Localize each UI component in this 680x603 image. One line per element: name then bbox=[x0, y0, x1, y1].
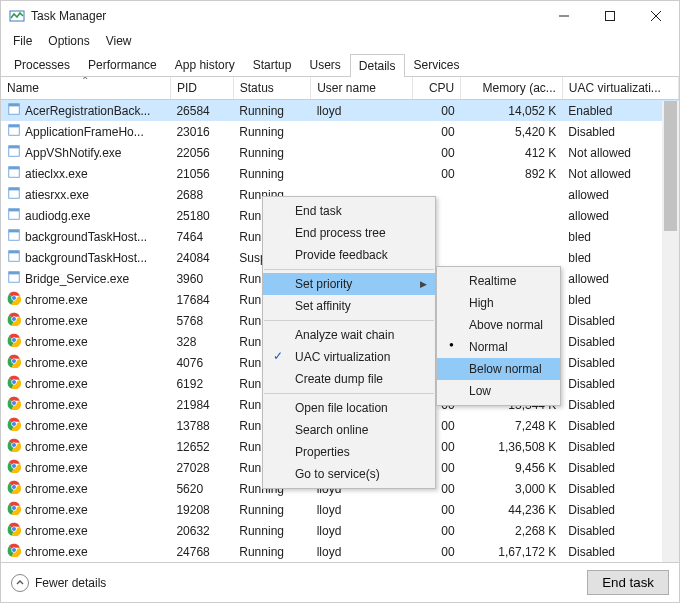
table-row[interactable]: AppVShNotify.exe22056Running00412 KNot a… bbox=[1, 142, 679, 163]
tab-startup[interactable]: Startup bbox=[244, 53, 301, 76]
fewer-details-button[interactable]: Fewer details bbox=[11, 574, 106, 592]
app-icon bbox=[7, 228, 21, 245]
menu-item-properties[interactable]: Properties bbox=[263, 441, 435, 463]
process-name: chrome.exe bbox=[25, 314, 88, 328]
user-name bbox=[311, 163, 413, 184]
minimize-button[interactable] bbox=[541, 1, 587, 31]
tab-processes[interactable]: Processes bbox=[5, 53, 79, 76]
process-name: backgroundTaskHost... bbox=[25, 230, 147, 244]
col-cpu[interactable]: CPU bbox=[412, 77, 460, 100]
pid: 21056 bbox=[170, 163, 233, 184]
chrome-icon bbox=[7, 459, 21, 476]
pid: 25180 bbox=[170, 205, 233, 226]
status: Running bbox=[233, 520, 310, 541]
maximize-button[interactable] bbox=[587, 1, 633, 31]
menu-item-low[interactable]: Low bbox=[437, 380, 560, 402]
menu-view[interactable]: View bbox=[98, 32, 140, 50]
tab-performance[interactable]: Performance bbox=[79, 53, 166, 76]
tab-services[interactable]: Services bbox=[405, 53, 469, 76]
process-name: chrome.exe bbox=[25, 398, 88, 412]
process-name: chrome.exe bbox=[25, 440, 88, 454]
memory: 1,36,508 K bbox=[461, 436, 563, 457]
menu-item-end-process-tree[interactable]: End process tree bbox=[263, 222, 435, 244]
pid: 6192 bbox=[170, 373, 233, 394]
menu-item-high[interactable]: High bbox=[437, 292, 560, 314]
user-name: lloyd bbox=[311, 520, 413, 541]
app-icon bbox=[7, 270, 21, 287]
menu-item-realtime[interactable]: Realtime bbox=[437, 270, 560, 292]
process-name: AppVShNotify.exe bbox=[25, 146, 122, 160]
vertical-scrollbar[interactable] bbox=[662, 101, 679, 562]
menu-item-open-file-location[interactable]: Open file location bbox=[263, 397, 435, 419]
svg-point-28 bbox=[12, 317, 16, 321]
chrome-icon bbox=[7, 312, 21, 329]
svg-point-55 bbox=[12, 506, 16, 510]
menu-item-provide-feedback[interactable]: Provide feedback bbox=[263, 244, 435, 266]
svg-rect-20 bbox=[9, 251, 20, 254]
process-name: chrome.exe bbox=[25, 503, 88, 517]
table-row[interactable]: ApplicationFrameHo...23016Running005,420… bbox=[1, 121, 679, 142]
separator bbox=[264, 269, 434, 270]
pid: 13788 bbox=[170, 415, 233, 436]
col-uac-virtualizati-[interactable]: UAC virtualizati... bbox=[562, 77, 678, 100]
menu-options[interactable]: Options bbox=[40, 32, 97, 50]
menu-item-search-online[interactable]: Search online bbox=[263, 419, 435, 441]
menu-item-go-to-service-s-[interactable]: Go to service(s) bbox=[263, 463, 435, 485]
col-status[interactable]: Status bbox=[233, 77, 310, 100]
separator bbox=[264, 393, 434, 394]
menu-item-analyze-wait-chain[interactable]: Analyze wait chain bbox=[263, 324, 435, 346]
chrome-icon bbox=[7, 543, 21, 560]
separator bbox=[264, 320, 434, 321]
priority-submenu[interactable]: RealtimeHighAbove normalNormalBelow norm… bbox=[436, 266, 561, 406]
svg-rect-22 bbox=[9, 272, 20, 275]
col-memory-ac-[interactable]: Memory (ac... bbox=[461, 77, 563, 100]
process-name: chrome.exe bbox=[25, 293, 88, 307]
scrollbar-thumb[interactable] bbox=[664, 101, 677, 231]
status: Running bbox=[233, 121, 310, 142]
menu-file[interactable]: File bbox=[5, 32, 40, 50]
pid: 5768 bbox=[170, 310, 233, 331]
menu-item-normal[interactable]: Normal bbox=[437, 336, 560, 358]
table-row[interactable]: AcerRegistrationBack...26584Runninglloyd… bbox=[1, 100, 679, 122]
tab-strip: ProcessesPerformanceApp historyStartupUs… bbox=[1, 51, 679, 77]
menu-item-uac-virtualization[interactable]: UAC virtualization bbox=[263, 346, 435, 368]
svg-point-61 bbox=[12, 548, 16, 552]
tab-app-history[interactable]: App history bbox=[166, 53, 244, 76]
menu-item-set-affinity[interactable]: Set affinity bbox=[263, 295, 435, 317]
pid: 12652 bbox=[170, 436, 233, 457]
tab-users[interactable]: Users bbox=[300, 53, 349, 76]
svg-rect-2 bbox=[606, 12, 615, 21]
menu-item-above-normal[interactable]: Above normal bbox=[437, 314, 560, 336]
menu-item-create-dump-file[interactable]: Create dump file bbox=[263, 368, 435, 390]
menu-item-below-normal[interactable]: Below normal bbox=[437, 358, 560, 380]
col-user-name[interactable]: User name bbox=[311, 77, 413, 100]
user-name: lloyd bbox=[311, 541, 413, 562]
table-row[interactable]: chrome.exe24768Runninglloyd001,67,172 KD… bbox=[1, 541, 679, 562]
table-row[interactable]: atieclxx.exe21056Running00892 KNot allow… bbox=[1, 163, 679, 184]
tab-details[interactable]: Details bbox=[350, 54, 405, 77]
context-menu[interactable]: End taskEnd process treeProvide feedback… bbox=[262, 196, 436, 489]
process-name: atieclxx.exe bbox=[25, 167, 88, 181]
pid: 4076 bbox=[170, 352, 233, 373]
details-table-wrap: NamePIDStatusUser nameCPUMemory (ac...UA… bbox=[1, 77, 679, 562]
menu-item-end-task[interactable]: End task bbox=[263, 200, 435, 222]
app-icon bbox=[7, 207, 21, 224]
end-task-button[interactable]: End task bbox=[587, 570, 669, 595]
svg-rect-14 bbox=[9, 188, 20, 191]
menu-item-set-priority[interactable]: Set priority bbox=[263, 273, 435, 295]
svg-point-49 bbox=[12, 464, 16, 468]
table-row[interactable]: chrome.exe19208Runninglloyd0044,236 KDis… bbox=[1, 499, 679, 520]
app-icon bbox=[7, 144, 21, 161]
chevron-up-icon bbox=[11, 574, 29, 592]
close-button[interactable] bbox=[633, 1, 679, 31]
pid: 20632 bbox=[170, 520, 233, 541]
col-pid[interactable]: PID bbox=[170, 77, 233, 100]
process-name: chrome.exe bbox=[25, 545, 88, 559]
process-name: atiesrxx.exe bbox=[25, 188, 89, 202]
svg-point-46 bbox=[12, 443, 16, 447]
app-icon bbox=[7, 123, 21, 140]
table-row[interactable]: chrome.exe20632Runninglloyd002,268 KDisa… bbox=[1, 520, 679, 541]
col-name[interactable]: Name bbox=[1, 77, 170, 100]
svg-rect-6 bbox=[9, 104, 20, 107]
process-name: chrome.exe bbox=[25, 356, 88, 370]
